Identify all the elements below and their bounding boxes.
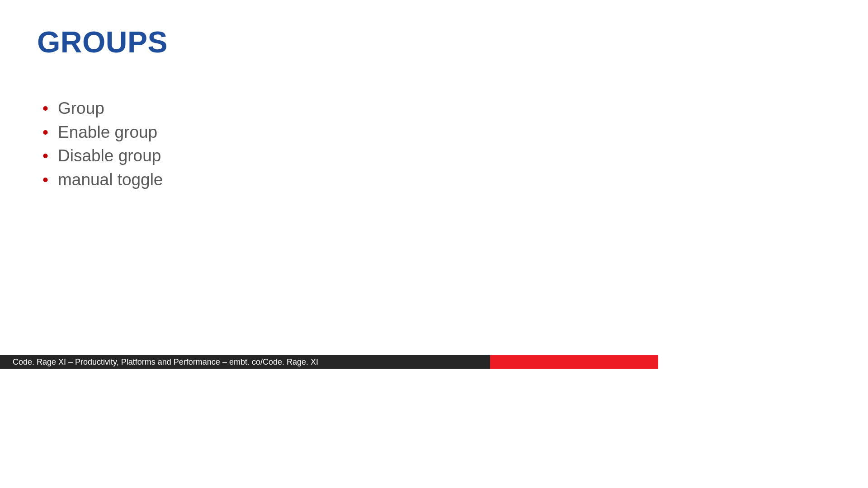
footer: Code. Rage XI – Productivity, Platforms … bbox=[0, 355, 658, 369]
bullet-item: Disable group bbox=[41, 144, 163, 168]
bullet-item: Enable group bbox=[41, 121, 163, 145]
bullet-item: manual toggle bbox=[41, 168, 163, 192]
footer-text: Code. Rage XI – Productivity, Platforms … bbox=[0, 355, 490, 369]
bullet-item: Group bbox=[41, 97, 163, 121]
footer-accent bbox=[490, 355, 658, 369]
bullet-list: Group Enable group Disable group manual … bbox=[41, 97, 163, 192]
slide-title: GROUPS bbox=[37, 25, 168, 59]
